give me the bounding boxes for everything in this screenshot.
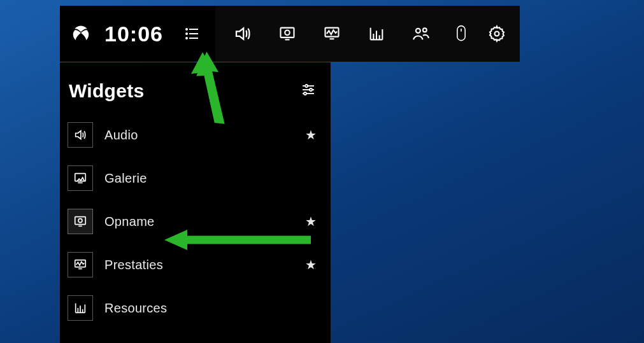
svg-point-25 [310, 88, 312, 91]
topbar-social-button[interactable] [399, 6, 443, 62]
svg-point-3 [186, 29, 187, 30]
star-icon[interactable]: ★ [305, 257, 317, 272]
audio-icon [68, 122, 93, 148]
xbox-icon[interactable] [71, 24, 90, 43]
widgets-panel: Widgets Audio★GalerieOpname★Prestaties★R… [60, 62, 331, 343]
performance-icon [68, 252, 93, 277]
topbar-performance-button[interactable] [310, 6, 354, 62]
game-bar-topbar: 10:06 [60, 5, 595, 62]
widget-row-audio[interactable]: Audio★ [62, 113, 328, 157]
topbar-settings-button[interactable] [479, 6, 515, 62]
widget-row-label: Galerie [104, 171, 317, 186]
svg-point-7 [285, 31, 289, 35]
svg-point-23 [305, 85, 308, 87]
topbar-mouse-button[interactable] [443, 6, 479, 62]
widget-row-label: Resources [104, 301, 317, 316]
sliders-icon[interactable] [300, 82, 317, 100]
topbar-segment-widgets [215, 6, 520, 62]
svg-point-31 [78, 219, 82, 223]
widget-row-label: Audio [104, 128, 305, 143]
widget-row-prestaties[interactable]: Prestaties★ [62, 243, 328, 286]
widgets-panel-header: Widgets [60, 62, 331, 107]
svg-rect-19 [457, 26, 465, 41]
widget-row-label: Opname [104, 214, 305, 229]
svg-point-4 [186, 33, 187, 34]
topbar-segment-main: 10:06 [60, 6, 215, 62]
svg-point-21 [494, 32, 499, 36]
widget-row-resources[interactable]: Resources [62, 286, 328, 330]
topbar-capture-button[interactable] [265, 6, 310, 62]
clock-text: 10:06 [104, 22, 163, 46]
svg-rect-6 [280, 28, 294, 38]
star-icon[interactable]: ★ [305, 127, 317, 143]
widget-row-opname[interactable]: Opname★ [62, 200, 328, 243]
widget-row-galerie[interactable]: Galerie [62, 157, 328, 200]
topbar-resources-button[interactable] [354, 6, 399, 62]
svg-point-18 [423, 28, 427, 32]
star-icon[interactable]: ★ [305, 214, 317, 229]
capture-icon [68, 209, 93, 234]
widget-row-label: Prestaties [104, 258, 305, 272]
topbar-audio-button[interactable] [220, 6, 265, 62]
resources-icon [68, 295, 93, 321]
svg-point-17 [416, 29, 420, 33]
svg-point-5 [186, 38, 187, 39]
gallery-icon [68, 165, 93, 191]
widgets-icon[interactable] [177, 6, 208, 62]
widgets-list: Audio★GalerieOpname★Prestaties★Resources [60, 107, 331, 330]
widgets-panel-title: Widgets [69, 80, 145, 102]
svg-point-27 [304, 92, 306, 95]
svg-rect-30 [75, 217, 86, 225]
